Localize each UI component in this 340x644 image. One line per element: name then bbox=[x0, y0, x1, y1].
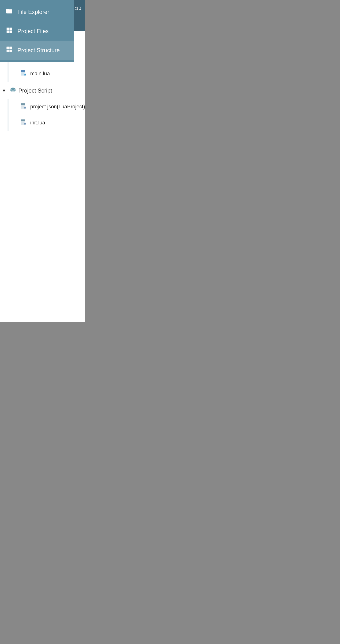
dropdown-menu: File Explorer Project Files Project Stru… bbox=[0, 0, 74, 62]
dropdown-item-file-explorer[interactable]: File Explorer bbox=[0, 2, 74, 22]
lua-file-icon-3: L bbox=[20, 70, 27, 78]
grid-icon bbox=[6, 27, 13, 36]
file-name-init-lua-2: init.lua bbox=[30, 120, 45, 126]
dropdown-item-project-files[interactable]: Project Files bbox=[0, 22, 74, 40]
file-item-main-lua[interactable]: L main.lua bbox=[8, 66, 85, 82]
svg-rect-1 bbox=[10, 47, 12, 49]
dropdown-label-project-structure: Project Structure bbox=[18, 47, 60, 54]
json-file-icon-2: {} bbox=[20, 119, 27, 126]
svg-rect-0 bbox=[6, 47, 9, 49]
section-project-script-header[interactable]: ▼ Project Script bbox=[0, 82, 85, 99]
structure-icon bbox=[6, 46, 13, 54]
file-item-init-lua-2[interactable]: {} init.lua bbox=[8, 115, 85, 131]
section-project-script: ▼ Project Script bbox=[0, 82, 85, 131]
file-explorer-panel: …noProject) L init.lua bbox=[0, 16, 85, 322]
svg-rect-2 bbox=[6, 50, 9, 52]
svg-text:{}: {} bbox=[24, 108, 26, 109]
file-name-main-lua: main.lua bbox=[30, 70, 50, 77]
svg-marker-22 bbox=[10, 91, 16, 92]
file-name-project-json: project.json(LuaProject) bbox=[30, 104, 85, 110]
layers-icon bbox=[10, 87, 16, 94]
folder-icon bbox=[6, 8, 13, 16]
svg-rect-3 bbox=[10, 50, 12, 52]
dropdown-label-project-files: Project Files bbox=[18, 28, 49, 34]
file-item-project-json[interactable]: {} project.json(LuaProject) bbox=[8, 99, 85, 115]
section-label-project-script: Project Script bbox=[18, 87, 52, 94]
dropdown-item-project-structure[interactable]: Project Structure bbox=[0, 40, 74, 60]
svg-text:L: L bbox=[24, 74, 26, 76]
chevron-down-icon: ▼ bbox=[2, 88, 8, 93]
json-file-icon-1: {} bbox=[20, 103, 27, 110]
dropdown-label-file-explorer: File Explorer bbox=[18, 9, 49, 15]
svg-text:{}: {} bbox=[24, 124, 26, 125]
